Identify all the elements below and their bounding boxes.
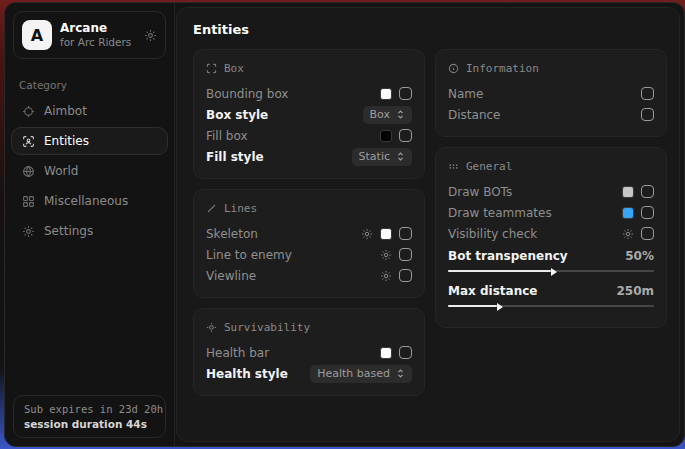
setting-row-bot-transparency: Bot transpenency 50% bbox=[448, 246, 654, 275]
color-swatch[interactable] bbox=[380, 88, 392, 100]
draw-bots-checkbox[interactable] bbox=[641, 185, 654, 198]
fill-style-dropdown[interactable]: Static bbox=[352, 148, 412, 166]
panel-box: Box Bounding box Box style Box bbox=[193, 49, 425, 179]
panel-header-label: Survivability bbox=[224, 321, 310, 334]
slider-thumb[interactable] bbox=[497, 303, 503, 311]
color-swatch[interactable] bbox=[622, 207, 634, 219]
up-down-arrows-icon bbox=[396, 109, 405, 120]
health-bar-checkbox[interactable] bbox=[399, 346, 412, 359]
sidebar-item-label: Aimbot bbox=[44, 104, 87, 118]
sidebar-item-label: Entities bbox=[44, 134, 89, 148]
main-content: Entities Box Bounding box bbox=[176, 7, 680, 442]
session-duration-text: session duration 44s bbox=[24, 418, 155, 430]
setting-row-name: Name bbox=[448, 83, 654, 104]
panel-header-label: Box bbox=[224, 62, 244, 75]
fill-box-checkbox[interactable] bbox=[399, 129, 412, 142]
skeleton-checkbox[interactable] bbox=[399, 227, 412, 240]
gear-icon[interactable] bbox=[380, 270, 392, 282]
color-swatch[interactable] bbox=[380, 347, 392, 359]
setting-row-health-bar: Health bar bbox=[206, 342, 412, 363]
dots-grid-icon bbox=[448, 161, 459, 172]
box-style-dropdown[interactable]: Box bbox=[363, 106, 412, 124]
life-burst-icon bbox=[206, 322, 217, 333]
gear-icon[interactable] bbox=[380, 249, 392, 261]
page-title: Entities bbox=[193, 22, 667, 37]
up-down-arrows-icon bbox=[396, 151, 405, 162]
setting-row-visibility-check: Visibility check bbox=[448, 223, 654, 244]
setting-row-max-distance: Max distance 250m bbox=[448, 281, 654, 310]
scan-person-icon bbox=[22, 135, 35, 148]
gear-icon[interactable] bbox=[361, 228, 373, 240]
sidebar: A Arcane for Arc Riders Category Aimbot bbox=[5, 3, 175, 446]
viewline-checkbox[interactable] bbox=[399, 269, 412, 282]
gear-icon[interactable] bbox=[144, 29, 157, 42]
diagonal-line-icon bbox=[206, 203, 217, 214]
sidebar-item-aimbot[interactable]: Aimbot bbox=[11, 97, 168, 125]
sidebar-item-settings[interactable]: Settings bbox=[11, 217, 168, 245]
setting-row-draw-teammates: Draw teammates bbox=[448, 202, 654, 223]
health-style-dropdown[interactable]: Health based bbox=[310, 365, 412, 383]
setting-row-draw-bots: Draw BOTs bbox=[448, 181, 654, 202]
bot-transparency-value: 50% bbox=[625, 249, 654, 263]
box-brackets-icon bbox=[206, 63, 217, 74]
bot-transparency-slider[interactable] bbox=[448, 267, 654, 275]
logo-card: A Arcane for Arc Riders bbox=[13, 11, 166, 59]
app-title: Arcane bbox=[60, 21, 136, 36]
slider-thumb[interactable] bbox=[551, 268, 557, 276]
bounding-box-checkbox[interactable] bbox=[399, 87, 412, 100]
app-subtitle: for Arc Riders bbox=[60, 36, 136, 49]
name-checkbox[interactable] bbox=[641, 87, 654, 100]
panel-survivability: Survivability Health bar Health style bbox=[193, 308, 425, 396]
sidebar-nav: Aimbot Entities World Miscellaneous bbox=[5, 97, 174, 245]
panel-header-label: Lines bbox=[224, 202, 257, 215]
up-down-arrows-icon bbox=[396, 368, 405, 379]
grid-icon bbox=[22, 195, 35, 208]
setting-row-fill-box: Fill box bbox=[206, 125, 412, 146]
panel-header-label: Information bbox=[466, 62, 539, 75]
max-distance-slider[interactable] bbox=[448, 302, 654, 310]
panel-lines: Lines Skeleton Line to enemy bbox=[193, 189, 425, 298]
globe-icon bbox=[22, 165, 35, 178]
setting-row-box-style: Box style Box bbox=[206, 104, 412, 125]
panel-information: Information Name Distance bbox=[435, 49, 667, 137]
color-swatch[interactable] bbox=[622, 186, 634, 198]
info-icon bbox=[448, 63, 459, 74]
color-swatch[interactable] bbox=[380, 130, 392, 142]
app-logo: A bbox=[22, 20, 52, 50]
setting-row-bounding-box: Bounding box bbox=[206, 83, 412, 104]
subscription-info-card: Sub expires in 23d 20h session duration … bbox=[13, 395, 166, 438]
setting-row-health-style: Health style Health based bbox=[206, 363, 412, 384]
sidebar-item-label: Settings bbox=[44, 224, 93, 238]
crosshair-icon bbox=[22, 105, 35, 118]
color-swatch[interactable] bbox=[380, 228, 392, 240]
setting-row-viewline: Viewline bbox=[206, 265, 412, 286]
setting-row-distance: Distance bbox=[448, 104, 654, 125]
setting-row-line-to-enemy: Line to enemy bbox=[206, 244, 412, 265]
gear-icon[interactable] bbox=[622, 228, 634, 240]
visibility-check-checkbox[interactable] bbox=[641, 227, 654, 240]
line-to-enemy-checkbox[interactable] bbox=[399, 248, 412, 261]
distance-checkbox[interactable] bbox=[641, 108, 654, 121]
draw-teammates-checkbox[interactable] bbox=[641, 206, 654, 219]
setting-row-skeleton: Skeleton bbox=[206, 223, 412, 244]
panel-header-label: General bbox=[466, 160, 512, 173]
sidebar-item-miscellaneous[interactable]: Miscellaneous bbox=[11, 187, 168, 215]
sidebar-item-label: Miscellaneous bbox=[44, 194, 128, 208]
app-window: A Arcane for Arc Riders Category Aimbot bbox=[4, 2, 685, 447]
sidebar-item-entities[interactable]: Entities bbox=[11, 127, 168, 155]
sidebar-item-label: World bbox=[44, 164, 78, 178]
setting-row-fill-style: Fill style Static bbox=[206, 146, 412, 167]
panel-general: General Draw BOTs Draw teammates bbox=[435, 147, 667, 328]
gear-icon bbox=[22, 225, 35, 238]
sidebar-item-world[interactable]: World bbox=[11, 157, 168, 185]
category-label: Category bbox=[19, 79, 160, 91]
max-distance-value: 250m bbox=[616, 284, 654, 298]
sub-expiry-text: Sub expires in 23d 20h bbox=[24, 403, 155, 415]
